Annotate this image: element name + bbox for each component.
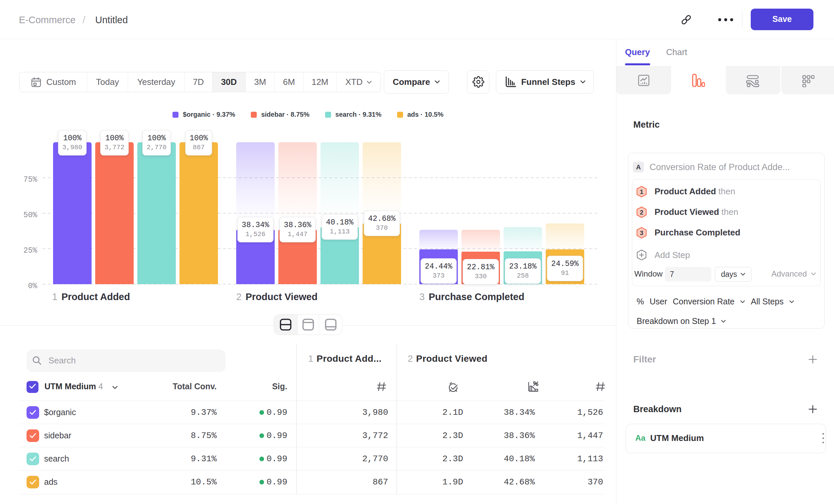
svg-text:2: 2 [640, 209, 643, 216]
svg-text:3: 3 [640, 229, 643, 236]
svg-text:1: 1 [640, 188, 643, 195]
